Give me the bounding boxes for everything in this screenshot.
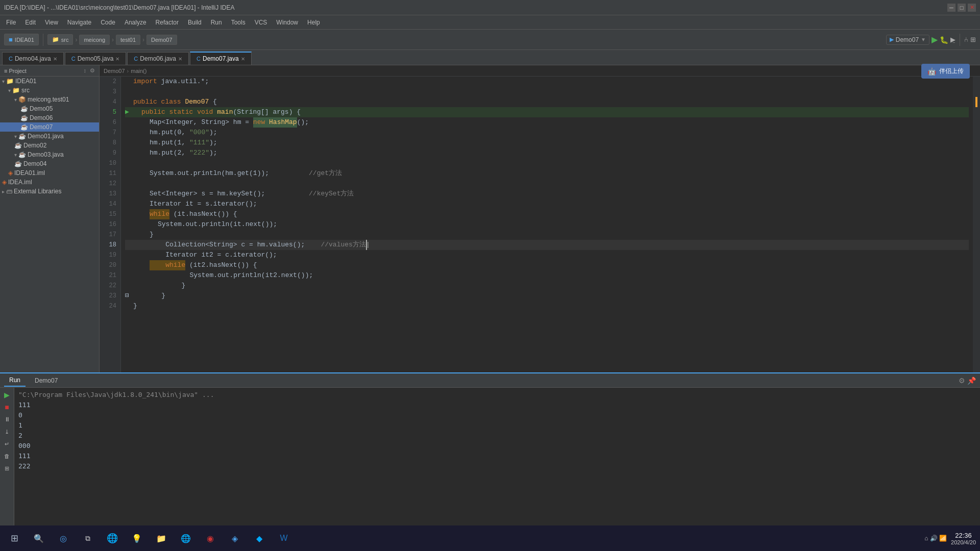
maximize-button[interactable]: □ (958, 4, 966, 12)
tree-item-idea01-iml[interactable]: ◈ IDEA01.iml (0, 168, 99, 178)
ai-upload-button[interactable]: 🤖 伴侣上传 (921, 64, 970, 79)
project-label: IDEA01 (15, 37, 34, 43)
tree-label: Demo04 (23, 160, 46, 167)
app7-icon: ◉ (207, 534, 214, 543)
tab-demo06-close[interactable]: ✕ (178, 56, 182, 62)
tree-item-demo02[interactable]: ☕ Demo02 (0, 141, 99, 150)
close-button[interactable]: ✕ (968, 4, 976, 12)
debug-button[interactable]: 🐛 (940, 36, 948, 44)
tree-item-demo04[interactable]: ☕ Demo04 (0, 159, 99, 168)
run-settings: ⚙ 📌 (959, 377, 976, 385)
tree-item-idea01[interactable]: ▾ 📁 IDEA01 (0, 77, 99, 86)
project-icon-btn[interactable]: ■ IDEA01 (4, 34, 39, 45)
tab-demo06[interactable]: C Demo06.java ✕ (127, 52, 189, 65)
pin-tab-button[interactable]: ⊞ (2, 463, 12, 473)
menu-view[interactable]: View (41, 17, 62, 28)
coverage-button[interactable]: ▶̤ (950, 36, 955, 43)
line-num-2: 2 (100, 77, 116, 87)
run-button[interactable]: ▶ (932, 35, 938, 44)
rerun-button[interactable]: ▶ (2, 390, 12, 400)
code-editor[interactable]: 2 3 4 5 6 7 8 9 10 11 12 13 14 15 16 17 (100, 77, 980, 372)
menu-build[interactable]: Build (184, 17, 206, 28)
app8-button[interactable]: ◈ (225, 528, 245, 548)
task-view-button[interactable]: ⧉ (78, 528, 98, 548)
search-button[interactable]: 🔍 (29, 528, 49, 548)
edge-button[interactable]: 🌐 (102, 528, 122, 548)
run-tab[interactable]: Run (4, 374, 26, 387)
word-button[interactable]: W (274, 528, 294, 548)
tab-demo07[interactable]: C Demo07.java ✕ (190, 52, 252, 65)
project-tree-label: ≡ Project (4, 68, 27, 74)
demo07-breadcrumb[interactable]: Demo07 (146, 35, 177, 45)
tree-label: meicong.test01 (28, 96, 69, 103)
menu-edit[interactable]: Edit (21, 17, 40, 28)
kw-while-15: while (150, 209, 169, 219)
java-icon: ☕ (20, 105, 28, 112)
run-config-selector[interactable]: ▶ Demo07 ▼ (886, 35, 929, 45)
menu-help[interactable]: Help (303, 17, 324, 28)
tree-item-meicong-test01[interactable]: ▾ 📦 meicong.test01 (0, 95, 99, 104)
git-button[interactable]: ⑃ (964, 36, 968, 43)
demo07-label: Demo07 (151, 37, 173, 43)
settings-icon[interactable]: ⚙ (90, 67, 95, 73)
method-main: main (217, 107, 233, 117)
more-button[interactable]: ⊞ (970, 36, 976, 43)
tree-item-external-libraries[interactable]: ▸ 🗃 External Libraries (0, 187, 99, 196)
tree-item-demo07[interactable]: ☕ Demo07 (0, 122, 99, 132)
menu-vcs[interactable]: VCS (251, 17, 272, 28)
tree-item-demo01[interactable]: ▾ ☕ Demo01.java (0, 132, 99, 141)
code-line-3 (125, 87, 969, 97)
cortana-button[interactable]: ◎ (53, 528, 74, 548)
folder-taskbar-icon: 📁 (156, 534, 166, 543)
windows-start-button[interactable]: ⊞ (4, 528, 24, 548)
app8-icon: ◈ (232, 534, 238, 543)
menu-refactor[interactable]: Refactor (152, 17, 183, 28)
app7-button[interactable]: ◉ (200, 528, 220, 548)
test01-breadcrumb[interactable]: test01 (116, 35, 140, 45)
chrome-button[interactable]: 🌐 (176, 528, 196, 548)
run-panel-header: Run Demo07 ⚙ 📌 (0, 373, 980, 388)
code-line-4: public class Demo07 { (125, 97, 969, 107)
tree-item-demo06[interactable]: ☕ Demo06 (0, 113, 99, 122)
tab-demo04-close[interactable]: ✕ (53, 56, 57, 62)
menu-code[interactable]: Code (96, 17, 119, 28)
soft-wrap-button[interactable]: ↵ (2, 439, 12, 449)
scroll-end-button[interactable]: ⤓ (2, 427, 12, 437)
src-breadcrumb[interactable]: 📁 src (47, 34, 74, 45)
pin-icon[interactable]: 📌 (967, 377, 976, 385)
run-config-label: Demo07 (896, 36, 919, 43)
settings-gear-icon[interactable]: ⚙ (959, 377, 965, 385)
demo07-tab[interactable]: Demo07 (30, 375, 63, 386)
tree-item-demo05[interactable]: ☕ Demo05 (0, 104, 99, 113)
tab-demo07-close[interactable]: ✕ (241, 56, 245, 62)
code-line-23: ⊟ } (125, 291, 969, 301)
line-num-16: 16 (100, 219, 116, 230)
tree-item-src[interactable]: ▾ 📁 src (0, 86, 99, 95)
code-content[interactable]: import java.util.*; public class Demo07 … (121, 77, 973, 372)
sync-icon[interactable]: ↕ (83, 67, 86, 73)
stop-button[interactable]: ■ (2, 402, 12, 412)
line-num-6: 6 (100, 117, 116, 128)
line-numbers: 2 3 4 5 6 7 8 9 10 11 12 13 14 15 16 17 (100, 77, 121, 372)
clear-button[interactable]: 🗑 (2, 451, 12, 461)
menu-run[interactable]: Run (207, 17, 226, 28)
tab-demo05[interactable]: C Demo05.java ✕ (65, 52, 127, 65)
tree-item-idea-iml[interactable]: ◈ IDEA.iml (0, 178, 99, 187)
kw-while-20: while (150, 260, 185, 270)
meicong-breadcrumb[interactable]: meicong (79, 35, 110, 45)
tab-demo04[interactable]: C Demo04.java ✕ (2, 52, 64, 65)
app9-button[interactable]: ◆ (249, 528, 270, 548)
minimize-button[interactable]: ─ (947, 4, 955, 12)
tree-item-demo03[interactable]: ▾ ☕ Demo03.java (0, 150, 99, 159)
menu-navigate[interactable]: Navigate (63, 17, 95, 28)
pause-button[interactable]: ⏸ (2, 414, 12, 424)
intellij-taskbar[interactable]: 💡 (127, 528, 147, 548)
menu-file[interactable]: File (2, 17, 20, 28)
tab-demo05-close[interactable]: ✕ (115, 56, 119, 62)
line-num-11: 11 (100, 168, 116, 179)
file-explorer-button[interactable]: 📁 (151, 528, 172, 548)
menu-tools[interactable]: Tools (227, 17, 250, 28)
menu-analyze[interactable]: Analyze (120, 17, 151, 28)
fold-23[interactable]: ⊟ (125, 291, 133, 301)
menu-window[interactable]: Window (272, 17, 302, 28)
